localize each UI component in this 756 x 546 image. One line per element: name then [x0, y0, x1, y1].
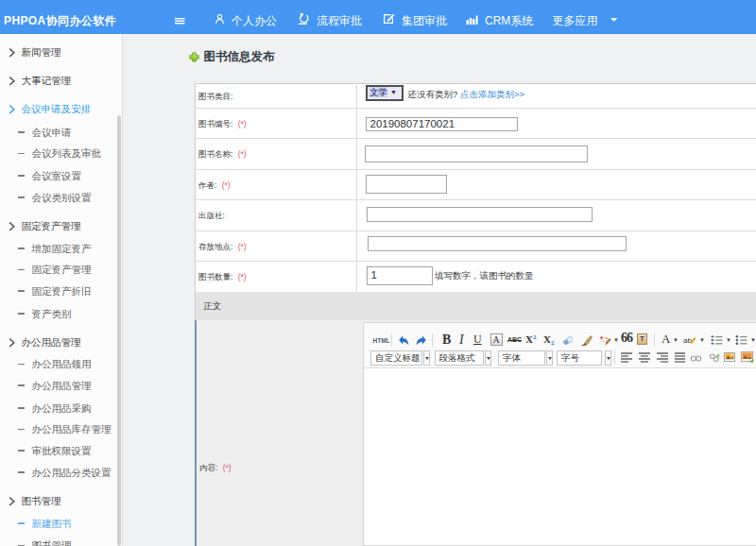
- svg-text:ab: ab: [683, 336, 692, 345]
